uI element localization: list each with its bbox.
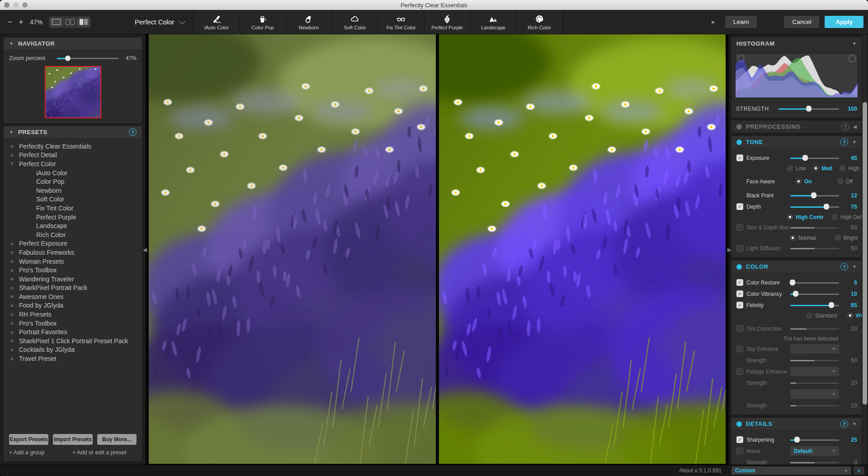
face-aware-off-radio[interactable]: Off: [837, 178, 853, 185]
exposure-low-radio[interactable]: Low: [787, 165, 806, 172]
view-split-button[interactable]: [64, 18, 76, 27]
custom-preset-dropdown[interactable]: Custom▼: [731, 467, 851, 475]
toolbar-expand-arrow-icon[interactable]: ▶: [712, 19, 715, 24]
preset-tree-group-item[interactable]: >Travel Preset: [4, 354, 142, 363]
preset-tree-group-item[interactable]: >Awesome Ones: [4, 292, 142, 301]
preset-tree-group-item[interactable]: >Wandering Traveler: [4, 275, 142, 284]
preset-category-dropdown[interactable]: Perfect Color: [132, 10, 193, 34]
fidelity-vivid-radio[interactable]: Vivid: [847, 313, 862, 319]
depth-high-contr-radio[interactable]: High Contr: [787, 214, 824, 220]
scrollbar-thumb[interactable]: [863, 102, 867, 405]
toolbar-preset-soft-color[interactable]: Soft Color: [332, 10, 378, 34]
add-or-edit-preset-link[interactable]: + Add or edit a preset: [72, 449, 126, 456]
preset-tree-group-item[interactable]: >RH Presets: [4, 310, 142, 319]
preprocessing-header[interactable]: PREPROCESSING ? ◀: [731, 121, 862, 133]
color-restore-slider[interactable]: [790, 280, 839, 286]
foliage-enhance-dropdown[interactable]: ▼: [790, 367, 839, 376]
preset-tree-child-item[interactable]: Color Pop: [4, 177, 142, 186]
after-image-pane[interactable]: [439, 34, 726, 464]
preset-tree-group-item[interactable]: >Portrait Favorites: [4, 327, 142, 336]
skin-normal-radio[interactable]: Normal: [790, 235, 816, 241]
highlight-clipping-toggle[interactable]: [849, 56, 855, 62]
view-sidebyside-button[interactable]: [77, 18, 90, 27]
color-help-icon[interactable]: ?: [840, 263, 848, 271]
noise-strength-slider[interactable]: [790, 459, 839, 465]
sky-enhance-checkbox[interactable]: [736, 345, 743, 352]
preset-tree-group-item[interactable]: >Fabulous Fireworks: [4, 248, 142, 257]
details-help-icon[interactable]: ?: [840, 420, 848, 428]
noise-checkbox[interactable]: [736, 448, 743, 454]
preset-tree-group-item[interactable]: >Pro's Toolbox: [4, 319, 142, 328]
toolbar-preset-rich-color[interactable]: Rich Color: [516, 10, 563, 34]
preset-tree-group-item[interactable]: >SharkPixel 1 Click Portrait Preset Pack: [4, 336, 142, 345]
collapse-right-panel-arrow[interactable]: ▶: [727, 247, 731, 253]
strength2-slider[interactable]: [790, 402, 839, 409]
toolbar-preset-fix-tint-color[interactable]: Fix Tint Color: [378, 10, 424, 34]
sharpening-slider[interactable]: [790, 437, 839, 443]
about-version-text[interactable]: About v:3.1.0.691: [679, 467, 729, 474]
skin-depth-bias-slider[interactable]: [790, 224, 839, 231]
zoom-in-button[interactable]: +: [19, 18, 24, 26]
toolbar-preset-iauto-color[interactable]: AUTO iAuto Color: [193, 10, 240, 34]
add-group-link[interactable]: + Add a group: [9, 449, 44, 456]
preset-tree-group-item[interactable]: >Pro's Toolbox: [4, 266, 142, 275]
toolbar-preset-newborn[interactable]: Newborn: [286, 10, 332, 34]
navigator-header[interactable]: ▼ NAVIGATOR: [4, 37, 142, 50]
view-single-button[interactable]: [50, 18, 62, 27]
import-presets-button[interactable]: Import Presets: [53, 434, 92, 445]
presets-help-icon[interactable]: ?: [129, 128, 137, 136]
preset-tree-group-item[interactable]: >Food by JGlyda: [4, 301, 142, 310]
preprocessing-help-icon[interactable]: ?: [841, 123, 849, 131]
preset-tree-group-item[interactable]: >Perfect Color: [4, 159, 142, 168]
light-diffusion-checkbox[interactable]: [736, 245, 743, 252]
collapse-triangle-icon[interactable]: ▼: [852, 421, 857, 426]
preset-tree-child-item[interactable]: Landscape: [4, 221, 142, 230]
preset-tree-group-item[interactable]: >Perfect Exposure: [4, 239, 142, 248]
toolbar-preset-landscape[interactable]: Landscape: [470, 10, 516, 34]
preset-tree-child-item[interactable]: iAuto Color: [4, 168, 142, 177]
black-point-slider[interactable]: [790, 192, 839, 199]
preset-tree-group-item[interactable]: >Perfect Detail: [4, 151, 142, 160]
zoom-out-button[interactable]: −: [7, 18, 12, 26]
color-restore-checkbox[interactable]: [736, 279, 743, 286]
collapsed-triangle-icon[interactable]: ◀: [853, 124, 857, 129]
color-vibrancy-slider[interactable]: [790, 291, 839, 297]
toolbar-preset-perfect-purple[interactable]: Perfect Purple: [424, 10, 470, 34]
add-preset-button[interactable]: +: [854, 467, 864, 475]
fidelity-slider[interactable]: [790, 302, 839, 308]
sky-enhance-dropdown[interactable]: ▼: [790, 344, 839, 354]
toolbar-preset-color-pop[interactable]: Color Pop: [240, 10, 286, 34]
shadow-clipping-toggle[interactable]: [738, 56, 744, 62]
exposure-checkbox[interactable]: [736, 154, 743, 161]
foliage-strength-slider[interactable]: [790, 380, 839, 386]
navigator-zoom-slider[interactable]: [57, 55, 118, 61]
fidelity-standard-radio[interactable]: Standard: [807, 313, 837, 319]
secondary-dropdown[interactable]: ▼: [790, 389, 839, 399]
exposure-slider[interactable]: [790, 155, 839, 161]
sharpening-checkbox[interactable]: [736, 436, 743, 443]
preset-tree-group-item[interactable]: >SharkPixel Portrait Pack: [4, 284, 142, 293]
preset-tree-group-item[interactable]: >Cocktails by JGlyda: [4, 345, 142, 355]
navigator-thumbnail[interactable]: [45, 66, 101, 118]
preset-tree-child-item[interactable]: Perfect Purple: [4, 213, 142, 222]
collapse-triangle-icon[interactable]: ▼: [852, 264, 857, 269]
preset-tree-child-item[interactable]: Newborn: [4, 186, 142, 195]
skin-bright-radio[interactable]: Bright: [835, 235, 858, 241]
exposure-med-radio[interactable]: Med: [813, 165, 832, 172]
depth-checkbox[interactable]: [736, 203, 743, 210]
depth-slider[interactable]: [790, 204, 839, 210]
color-vibrancy-checkbox[interactable]: [736, 290, 743, 297]
strength-slider[interactable]: [778, 106, 839, 112]
preset-tree-group-item[interactable]: >Perfectly Clear Essentials: [4, 142, 142, 151]
learn-button[interactable]: Learn: [725, 16, 757, 28]
light-diffusion-slider[interactable]: [790, 245, 839, 252]
tone-help-icon[interactable]: ?: [840, 138, 848, 146]
exposure-high-radio[interactable]: High: [840, 165, 859, 172]
preset-tree-child-item[interactable]: Fix Tint Color: [4, 204, 142, 213]
foliage-enhance-checkbox[interactable]: [736, 368, 743, 375]
preset-tree-child-item[interactable]: Rich Color: [4, 230, 142, 239]
depth-high-def-radio[interactable]: High Def: [832, 214, 862, 220]
cancel-button[interactable]: Cancel: [784, 16, 819, 28]
noise-dropdown[interactable]: Default▼: [790, 446, 839, 456]
collapse-triangle-icon[interactable]: ▼: [852, 140, 857, 145]
